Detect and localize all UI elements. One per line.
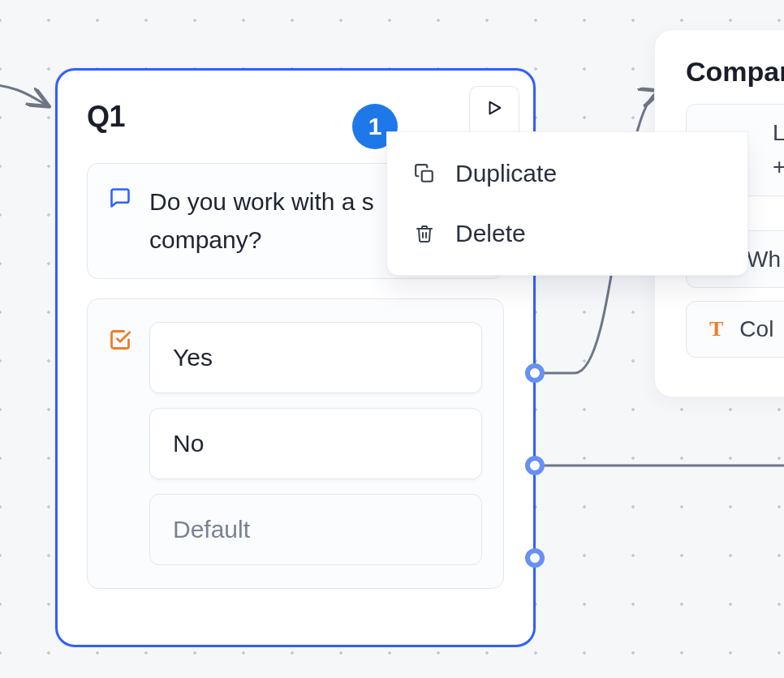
- menu-item-delete[interactable]: Delete: [402, 205, 733, 262]
- options-list: Yes No Default: [149, 322, 482, 565]
- row-text: Col: [739, 316, 773, 342]
- node-actions-trigger[interactable]: [469, 86, 519, 131]
- menu-item-label: Duplicate: [455, 160, 557, 187]
- duplicate-icon: [413, 163, 436, 184]
- company-row-3[interactable]: T Col: [686, 301, 784, 358]
- menu-item-duplicate[interactable]: Duplicate: [402, 145, 733, 202]
- options-block: Yes No Default: [87, 298, 504, 589]
- option-default[interactable]: Default: [149, 494, 482, 565]
- svg-rect-1: [422, 171, 433, 182]
- node-title: Q1: [87, 100, 504, 134]
- row-text: Lea: [773, 116, 784, 150]
- trash-icon: [413, 223, 436, 244]
- chat-icon: [109, 187, 131, 212]
- text-type-icon: T: [709, 317, 723, 341]
- option-yes[interactable]: Yes: [149, 322, 482, 393]
- checkbox-icon: [109, 328, 131, 354]
- menu-item-label: Delete: [455, 220, 526, 247]
- row-subtext: + 10: [773, 150, 784, 184]
- option-no[interactable]: No: [149, 408, 482, 479]
- output-port-default[interactable]: [525, 548, 545, 568]
- play-icon: [485, 99, 503, 120]
- node-title: Compan: [686, 56, 784, 88]
- node-context-menu: Duplicate Delete: [386, 131, 748, 276]
- output-port-no[interactable]: [525, 456, 545, 475]
- row-text: Wh: [747, 247, 781, 272]
- svg-marker-0: [490, 101, 501, 114]
- output-port-yes[interactable]: [525, 363, 545, 383]
